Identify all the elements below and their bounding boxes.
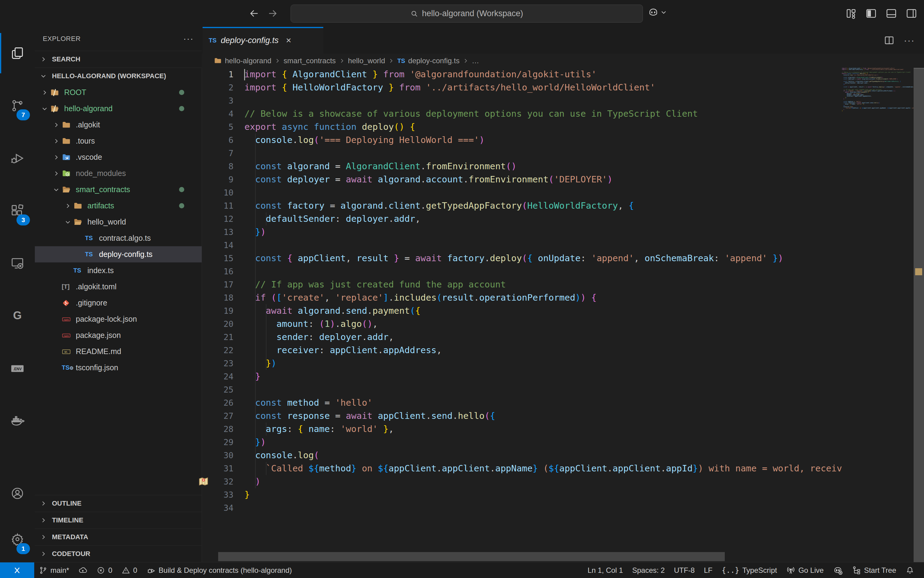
code-line[interactable]: 33}: [202, 488, 842, 501]
code-line[interactable]: 27 const response = await appClient.send…: [202, 409, 842, 422]
code-line[interactable]: 19 await algorand.send.payment({: [202, 304, 842, 317]
tree-item-artifacts[interactable]: artifacts: [35, 198, 202, 214]
code-line[interactable]: 22 receiver: appClient.appAddress,: [202, 344, 842, 357]
code-line[interactable]: 12 defaultSender: deployer.addr,: [202, 212, 842, 226]
tab-close-icon[interactable]: ×: [286, 35, 292, 45]
code-line[interactable]: 34: [202, 501, 842, 515]
tree-item-smart_contracts[interactable]: smart_contracts: [35, 182, 202, 198]
breadcrumb-item[interactable]: deploy-config.ts: [408, 57, 460, 65]
activity-run-debug[interactable]: [0, 132, 35, 185]
code-line[interactable]: 29 }): [202, 436, 842, 449]
horizontal-scrollbar[interactable]: [218, 552, 725, 561]
breadcrumb-item[interactable]: hello_world: [348, 57, 385, 65]
tree-item-hello_world[interactable]: hello_world: [35, 214, 202, 230]
code-line[interactable]: 30 console.log(: [202, 449, 842, 462]
activity-remote-explorer[interactable]: [0, 237, 35, 290]
code-line[interactable]: 1import { AlgorandClient } from '@algora…: [202, 68, 842, 81]
activity-account[interactable]: [0, 471, 35, 516]
activity-gitlens[interactable]: G: [0, 290, 35, 342]
code-line[interactable]: 8 const algorand = AlgorandClient.fromEn…: [202, 160, 842, 173]
activity-dotenv[interactable]: .ENV: [0, 342, 35, 395]
tree-item-.tours[interactable]: .tours: [35, 133, 202, 149]
copilot-menu[interactable]: [648, 7, 667, 18]
activity-docker[interactable]: [0, 395, 35, 447]
tree-item-.vscode[interactable]: .vscode: [35, 149, 202, 165]
toggle-primary-sidebar-icon[interactable]: [866, 8, 877, 19]
tree-item-.algokit.toml[interactable]: [T].algokit.toml: [35, 279, 202, 295]
toggle-panel-icon[interactable]: [885, 8, 897, 19]
status-lf[interactable]: LF: [700, 562, 717, 578]
minimap[interactable]: import { AlgorandClient } from '@algoran…: [842, 68, 914, 552]
tree-item-.gitignore[interactable]: .gitignore: [35, 295, 202, 311]
customize-layout-icon[interactable]: [845, 8, 857, 19]
split-editor-icon[interactable]: [883, 35, 895, 46]
section-metadata[interactable]: METADATA: [35, 529, 202, 545]
code-line[interactable]: 18 if (['create', 'replace'].includes(re…: [202, 291, 842, 304]
code-line[interactable]: 21 sender: deployer.addr,: [202, 331, 842, 344]
tree-item-README.md[interactable]: M↓README.md: [35, 343, 202, 360]
code-line[interactable]: 5export async function deploy() {: [202, 120, 842, 133]
code-line[interactable]: 7: [202, 147, 842, 160]
status-broadcast[interactable]: Go Live: [782, 562, 828, 578]
status-remote[interactable]: [0, 562, 34, 578]
command-center-search[interactable]: hello-algorand (Workspace): [291, 5, 643, 23]
activity-settings[interactable]: 1: [0, 516, 35, 562]
breadcrumb-item[interactable]: smart_contracts: [284, 57, 336, 65]
code-line[interactable]: 9 const deployer = await algorand.accoun…: [202, 173, 842, 186]
code-line[interactable]: 26 const method = 'hello': [202, 396, 842, 409]
status-utf-8[interactable]: UTF-8: [669, 562, 700, 578]
section-search[interactable]: SEARCH: [35, 51, 202, 68]
code-line[interactable]: 31 `Called ${method} on ${appClient.appC…: [202, 462, 842, 475]
status-warning[interactable]: 0: [117, 562, 142, 578]
code-line[interactable]: 17 // If app was just created fund the a…: [202, 278, 842, 291]
section-timeline[interactable]: TIMELINE: [35, 512, 202, 529]
status-sync[interactable]: [74, 562, 92, 578]
activity-extensions[interactable]: 3: [0, 185, 35, 237]
code-line[interactable]: 15 const { appClient, result } = await f…: [202, 252, 842, 265]
tree-item-ROOT[interactable]: ROOT: [35, 84, 202, 101]
activity-files[interactable]: [0, 27, 35, 80]
section-workspace[interactable]: HELLO-ALGORAND (WORKSPACE): [35, 68, 202, 84]
tree-item-.algokit[interactable]: .algokit: [35, 117, 202, 133]
toggle-secondary-sidebar-icon[interactable]: [906, 8, 917, 19]
section-codetour[interactable]: CODETOUR: [35, 545, 202, 562]
tree-item-tsconfig.json[interactable]: TS⚙tsconfig.json: [35, 360, 202, 376]
code-line[interactable]: 25: [202, 383, 842, 396]
code-line[interactable]: 2import { HelloWorldFactory } from '../a…: [202, 81, 842, 94]
code-line[interactable]: 6 console.log('=== Deploying HelloWorld …: [202, 133, 842, 147]
status-branch[interactable]: main*: [34, 562, 74, 578]
status-debug-task[interactable]: Build & Deploy contracts (hello-algorand…: [142, 562, 296, 578]
code-line[interactable]: 28 args: { name: 'world' },: [202, 422, 842, 436]
activity-source-control[interactable]: 7: [0, 80, 35, 132]
status-copilot-off[interactable]: [828, 562, 847, 578]
explorer-more-actions-icon[interactable]: ···: [184, 34, 194, 44]
code-line[interactable]: 13 }): [202, 226, 842, 239]
tree-item-hello-algorand[interactable]: hello-algorand: [35, 101, 202, 117]
code-line[interactable]: 20 amount: (1).algo(),: [202, 317, 842, 331]
tree-item-package.json[interactable]: npmpackage.json: [35, 327, 202, 343]
status-error[interactable]: 0: [92, 562, 117, 578]
code-line[interactable]: 10: [202, 186, 842, 199]
tree-item-index.ts[interactable]: TSindex.ts: [35, 262, 202, 279]
tree-item-deploy-config.ts[interactable]: TSdeploy-config.ts: [35, 246, 202, 262]
code-line[interactable]: 16: [202, 265, 842, 278]
code-line[interactable]: 23 }): [202, 357, 842, 370]
code-line[interactable]: 24 }: [202, 370, 842, 383]
status-spaces-2[interactable]: Spaces: 2: [628, 562, 669, 578]
status-ln-1-col-1[interactable]: Ln 1, Col 1: [583, 562, 628, 578]
back-icon[interactable]: [249, 8, 260, 19]
breadcrumb-item[interactable]: hello-algorand: [225, 57, 271, 65]
codetour-map-marker-icon[interactable]: [198, 476, 209, 487]
code-line[interactable]: 32 ): [202, 475, 842, 488]
code-editor[interactable]: 1import { AlgorandClient } from '@algora…: [202, 68, 842, 552]
status-braces[interactable]: {..}TypeScript: [717, 562, 782, 578]
code-line[interactable]: 4// Below is a showcase of various deplo…: [202, 107, 842, 120]
tree-item-contract.algo.ts[interactable]: TScontract.algo.ts: [35, 230, 202, 246]
breadcrumb-item[interactable]: …: [472, 57, 479, 65]
section-outline[interactable]: OUTLINE: [35, 495, 202, 512]
code-line[interactable]: 14: [202, 239, 842, 252]
tab-deploy-config[interactable]: TS deploy-config.ts ×: [203, 27, 323, 54]
forward-icon[interactable]: [267, 8, 278, 19]
code-line[interactable]: 11 const factory = algorand.client.getTy…: [202, 199, 842, 212]
editor-more-actions-icon[interactable]: ···: [904, 35, 915, 45]
